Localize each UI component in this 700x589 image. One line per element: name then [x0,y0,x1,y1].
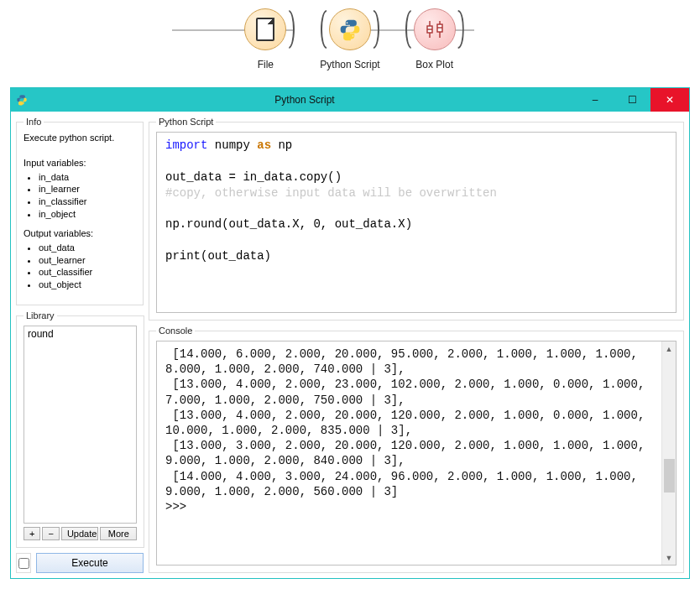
close-button[interactable]: ✕ [650,88,689,112]
library-more-button[interactable]: More [100,527,137,540]
input-var-item: in_classifier [39,195,136,208]
python-script-window: Python Script – ☐ ✕ Info Execute python … [10,87,690,579]
console-scrollbar[interactable]: ▲ ▼ [661,341,676,565]
info-desc: Execute python script. [24,132,136,144]
input-var-item: in_object [39,208,136,221]
window-title: Python Script [33,94,577,106]
library-list[interactable]: round [24,326,137,524]
node-label: Box Plot [415,59,453,70]
output-var-item: out_object [39,279,136,291]
workflow-node-file[interactable]: File [244,8,286,70]
execute-button[interactable]: Execute [36,553,144,573]
script-editor[interactable]: import numpy as np out_data = in_data.co… [156,132,676,313]
output-var-item: out_learner [39,254,136,267]
file-icon [244,8,286,50]
auto-execute-checkbox-wrap [16,553,31,573]
scroll-down-icon[interactable]: ▼ [662,550,676,565]
console-output[interactable]: [14.000, 6.000, 2.000, 20.000, 95.000, 2… [157,341,661,565]
info-legend: Info [24,117,44,127]
workflow-canvas: File Python Script Box Plot [0,0,700,74]
output-vars-header: Output variables: [24,227,136,240]
library-panel: Library round + − Update More [16,310,144,548]
workflow-node-python-script[interactable]: Python Script [320,8,379,70]
library-remove-button[interactable]: − [42,527,59,540]
boxplot-icon [414,8,456,50]
library-item[interactable]: round [28,328,133,340]
titlebar[interactable]: Python Script – ☐ ✕ [11,88,689,112]
minimize-button[interactable]: – [577,88,614,112]
output-var-item: out_classifier [39,266,136,279]
info-panel: Info Execute python script. Input variab… [16,117,144,305]
workflow-node-box-plot[interactable]: Box Plot [414,8,456,70]
script-legend: Python Script [156,117,216,127]
library-legend: Library [24,310,57,321]
maximize-button[interactable]: ☐ [614,88,650,112]
scroll-thumb[interactable] [664,459,675,493]
app-icon [16,94,28,106]
python-icon [329,8,371,50]
node-label: Python Script [320,59,379,70]
output-var-item: out_data [39,242,136,254]
console-legend: Console [156,326,195,336]
input-var-item: in_learner [39,183,136,195]
console-panel: Console [14.000, 6.000, 2.000, 20.000, 9… [149,326,684,573]
scroll-up-icon[interactable]: ▲ [662,341,676,356]
auto-execute-checkbox[interactable] [18,558,29,569]
library-update-button[interactable]: Update [61,527,98,540]
script-panel: Python Script import numpy as np out_dat… [149,117,684,321]
node-label: File [258,59,274,70]
library-add-button[interactable]: + [24,527,40,540]
input-var-item: in_data [39,171,136,184]
input-vars-header: Input variables: [24,157,136,169]
